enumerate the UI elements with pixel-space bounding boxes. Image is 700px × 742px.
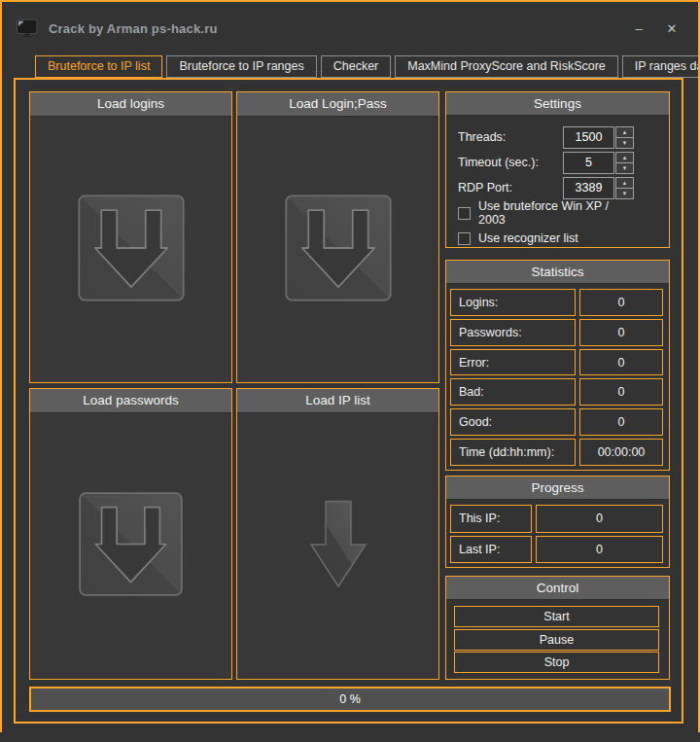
progress-label: Last IP: bbox=[450, 536, 532, 564]
load-logins-panel: Load logins bbox=[29, 91, 232, 383]
window-title: Crack by Arman ps-hack.ru bbox=[49, 21, 218, 36]
stat-row-bad: Bad: 0 bbox=[450, 378, 663, 406]
stat-value: 0 bbox=[579, 378, 663, 406]
load-ip-list-panel: Load IP list bbox=[236, 388, 439, 680]
tab-content: Load logins bbox=[14, 78, 683, 724]
bruteforce-xp-checkbox[interactable] bbox=[458, 207, 471, 220]
statistics-header: Statistics bbox=[446, 261, 669, 284]
rdp-port-input[interactable] bbox=[563, 177, 614, 199]
threads-input[interactable] bbox=[563, 126, 614, 149]
progress-section: Progress This IP: 0 Last IP: 0 bbox=[445, 476, 670, 568]
download-box-icon bbox=[281, 191, 396, 309]
stat-value: 0 bbox=[579, 349, 663, 376]
load-login-pass-header: Load Login;Pass bbox=[237, 92, 438, 117]
load-passwords-dropzone[interactable] bbox=[30, 413, 231, 679]
stop-button[interactable]: Stop bbox=[454, 652, 659, 673]
load-ip-list-dropzone[interactable] bbox=[237, 413, 438, 679]
bruteforce-xp-label: Use bruteforce Win XP / 2003 bbox=[478, 199, 634, 227]
stat-row-passwords: Passwords: 0 bbox=[450, 319, 663, 346]
load-passwords-header: Load passwords bbox=[30, 389, 231, 413]
tab-maxmind-proxyscore[interactable]: MaxMind ProxyScore and RiskScore bbox=[395, 55, 618, 78]
load-login-pass-dropzone[interactable] bbox=[237, 117, 438, 382]
stat-value: 0 bbox=[579, 319, 663, 346]
spinner-down-icon[interactable]: ▼ bbox=[615, 188, 634, 199]
stat-label: Good: bbox=[450, 408, 576, 436]
recognizer-list-checkbox-row: Use recognizer list bbox=[458, 226, 634, 248]
rdp-port-spinner: ▲ ▼ bbox=[615, 177, 634, 199]
load-passwords-panel: Load passwords bbox=[29, 388, 232, 680]
settings-section: Settings Threads: ▲ ▼ Timeout (sec.): bbox=[445, 91, 670, 248]
start-button[interactable]: Start bbox=[454, 606, 659, 627]
stat-label: Error: bbox=[450, 349, 576, 376]
progress-label: This IP: bbox=[450, 505, 532, 533]
load-logins-dropzone[interactable] bbox=[30, 117, 231, 382]
stat-value: 00:00:00 bbox=[579, 439, 663, 466]
tab-bruteforce-to-ip-ranges[interactable]: Bruteforce to IP ranges bbox=[166, 55, 316, 78]
progress-value: 0 bbox=[536, 505, 663, 533]
tab-checker[interactable]: Checker bbox=[321, 55, 392, 78]
load-ip-list-header: Load IP list bbox=[237, 389, 438, 413]
load-logins-header: Load logins bbox=[30, 92, 231, 117]
progress-header: Progress bbox=[446, 477, 669, 500]
threads-spinner: ▲ ▼ bbox=[615, 126, 634, 149]
rdp-port-label: RDP Port: bbox=[458, 181, 563, 194]
spinner-down-icon[interactable]: ▼ bbox=[615, 137, 634, 149]
stat-row-logins: Logins: 0 bbox=[450, 289, 663, 316]
spinner-up-icon[interactable]: ▲ bbox=[615, 152, 634, 162]
spinner-up-icon[interactable]: ▲ bbox=[615, 177, 634, 188]
control-section: Control Start Pause Stop bbox=[445, 576, 670, 680]
close-button[interactable]: ✕ bbox=[659, 19, 684, 38]
stat-label: Bad: bbox=[450, 378, 576, 406]
recognizer-list-label: Use recognizer list bbox=[478, 231, 578, 245]
control-header: Control bbox=[446, 577, 669, 600]
download-box-icon bbox=[74, 191, 189, 309]
spinner-down-icon[interactable]: ▼ bbox=[615, 162, 634, 174]
stat-label: Time (dd:hh:mm): bbox=[450, 439, 576, 466]
side-panel: Settings Threads: ▲ ▼ Timeout (sec.): bbox=[445, 91, 670, 680]
timeout-label: Timeout (sec.): bbox=[458, 156, 563, 169]
stat-label: Passwords: bbox=[450, 319, 576, 346]
load-areas-grid: Load logins bbox=[29, 91, 439, 680]
stat-row-error: Error: 0 bbox=[450, 349, 663, 376]
overall-progress-bar: 0 % bbox=[29, 687, 671, 712]
progress-value: 0 bbox=[536, 536, 663, 564]
terminal-app-icon bbox=[16, 18, 39, 39]
spinner-up-icon[interactable]: ▲ bbox=[615, 126, 634, 137]
progress-row-this-ip: This IP: 0 bbox=[450, 505, 663, 533]
stat-value: 0 bbox=[579, 289, 663, 316]
tab-ip-ranges-database[interactable]: IP ranges database bbox=[622, 55, 700, 78]
rdp-port-row: RDP Port: ▲ ▼ bbox=[458, 175, 634, 200]
threads-row: Threads: ▲ ▼ bbox=[458, 124, 634, 150]
download-box-icon bbox=[75, 488, 187, 604]
load-login-pass-panel: Load Login;Pass bbox=[236, 91, 439, 383]
bruteforce-xp-checkbox-row: Use bruteforce Win XP / 2003 bbox=[458, 200, 634, 226]
settings-header: Settings bbox=[446, 92, 669, 116]
down-arrow-icon bbox=[309, 500, 368, 593]
title-bar: Crack by Arman ps-hack.ru – ✕ bbox=[2, 2, 698, 54]
progress-row-last-ip: Last IP: 0 bbox=[450, 536, 663, 564]
timeout-row: Timeout (sec.): ▲ ▼ bbox=[458, 150, 634, 175]
statistics-section: Statistics Logins: 0 Passwords: 0 Error:… bbox=[445, 260, 670, 471]
tab-bar: Bruteforce to IP list Bruteforce to IP r… bbox=[35, 55, 700, 78]
threads-label: Threads: bbox=[458, 130, 563, 144]
stat-label: Logins: bbox=[450, 289, 576, 316]
progress-percent-label: 0 % bbox=[339, 692, 361, 706]
timeout-input[interactable] bbox=[563, 152, 614, 174]
tab-bruteforce-to-ip-list[interactable]: Bruteforce to IP list bbox=[35, 55, 162, 78]
stat-value: 0 bbox=[579, 408, 663, 436]
pause-button[interactable]: Pause bbox=[454, 629, 659, 651]
timeout-spinner: ▲ ▼ bbox=[615, 152, 634, 174]
recognizer-list-checkbox[interactable] bbox=[458, 232, 471, 245]
minimize-button[interactable]: – bbox=[626, 19, 651, 38]
stat-row-time: Time (dd:hh:mm): 00:00:00 bbox=[450, 439, 663, 466]
app-window: Crack by Arman ps-hack.ru – ✕ Bruteforce… bbox=[0, 0, 700, 742]
stat-row-good: Good: 0 bbox=[450, 408, 663, 436]
